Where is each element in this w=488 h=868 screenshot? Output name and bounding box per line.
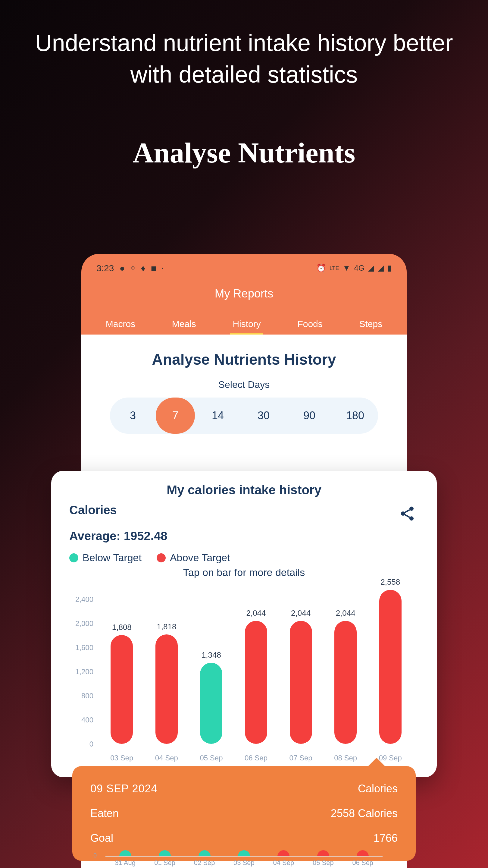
y-tick: 2,400 [75, 595, 93, 604]
wifi-icon: ▼ [343, 264, 351, 273]
svg-line-3 [405, 510, 410, 513]
tooltip-metric: Calories [358, 782, 398, 795]
day-option-30[interactable]: 30 [241, 398, 287, 434]
bar-wrap[interactable]: 1,808 [99, 587, 144, 744]
day-selector: 3 7 14 30 90 180 [110, 398, 378, 434]
legend-below-label: Below Target [83, 552, 141, 564]
y-tick: 1,600 [75, 644, 93, 652]
tab-macros[interactable]: Macros [104, 313, 136, 335]
bar-value-label: 1,808 [112, 623, 132, 632]
bar-wrap[interactable]: 1,818 [144, 587, 189, 744]
chart-bar[interactable] [334, 621, 357, 744]
chart-card: My calories intake history Calories Aver… [51, 471, 437, 777]
legend-dot-below [69, 553, 78, 562]
mini-bar[interactable] [238, 850, 250, 856]
chart-bar[interactable] [290, 621, 312, 744]
bar-wrap[interactable]: 1,348 [189, 587, 234, 744]
svg-point-1 [401, 512, 405, 516]
bar-chart: 04008001,2001,6002,0002,400 1,8081,8181,… [69, 587, 419, 762]
signal-icon-1: ◢ [368, 264, 374, 273]
bar-value-label: 1,348 [201, 650, 221, 660]
mini-chart: 0 31 Aug01 Sep02 Sep03 Sep04 Sep05 Sep06… [105, 844, 383, 868]
mini-bar[interactable] [198, 850, 210, 856]
tooltip-pointer [367, 758, 386, 767]
mini-x-label: 01 Sep [145, 859, 184, 867]
mini-x-label: 05 Sep [303, 859, 343, 867]
y-tick: 1,200 [75, 668, 93, 676]
chart-bar[interactable] [200, 663, 222, 744]
bar-value-label: 2,044 [291, 609, 311, 618]
report-tabs: Macros Meals History Foods Steps [82, 313, 407, 335]
bar-value-label: 2,558 [381, 578, 400, 587]
status-bar: 3:23 ● ⌖ ♦ ■ • ⏰ LTE ▼ 4G ◢ ◢ ▮ [82, 254, 407, 276]
x-label: 06 Sep [234, 754, 279, 762]
bar-wrap[interactable]: 2,044 [234, 587, 279, 744]
mini-x-label: 03 Sep [224, 859, 264, 867]
chart-bar[interactable] [379, 590, 401, 744]
promo-headline: Understand nutrient intake history bette… [0, 0, 488, 91]
y-tick: 0 [90, 740, 93, 748]
mini-bar[interactable] [119, 850, 131, 856]
share-icon[interactable] [399, 505, 416, 522]
mini-bar[interactable] [278, 850, 290, 856]
mini-x-label: 02 Sep [185, 859, 224, 867]
bar-wrap[interactable]: 2,044 [278, 587, 323, 744]
x-label: 07 Sep [278, 754, 323, 762]
day-option-14[interactable]: 14 [195, 398, 241, 434]
x-label: 08 Sep [323, 754, 368, 762]
mini-y-label: 0 [93, 852, 97, 859]
day-option-180[interactable]: 180 [332, 398, 378, 434]
x-label: 03 Sep [99, 754, 144, 762]
message-icon: ● [119, 263, 125, 273]
alarm-icon: ⏰ [316, 264, 326, 273]
tap-hint: Tap on bar for more details [69, 567, 419, 578]
tooltip-eaten-value: 2558 Calories [331, 807, 398, 820]
x-label: 05 Sep [189, 754, 234, 762]
day-option-7[interactable]: 7 [156, 398, 195, 434]
promo-subheadline: Analyse Nutrients [0, 136, 488, 169]
select-days-label: Select Days [82, 379, 407, 390]
tab-meals[interactable]: Meals [171, 313, 197, 335]
bar-value-label: 2,044 [246, 609, 266, 618]
tab-history[interactable]: History [231, 313, 262, 335]
average-label: Average: 1952.48 [69, 529, 419, 543]
sync-icon: ⌖ [130, 263, 135, 273]
day-option-3[interactable]: 3 [110, 398, 156, 434]
battery-icon: ▮ [387, 264, 392, 273]
y-tick: 800 [82, 692, 93, 700]
legend-dot-above [157, 553, 166, 562]
chart-title: My calories intake history [69, 483, 419, 497]
svg-line-4 [405, 515, 410, 518]
chart-bar[interactable] [245, 621, 267, 744]
mini-bar[interactable] [317, 850, 329, 856]
app-icon: ■ [151, 263, 156, 273]
dot-icon: • [162, 266, 163, 271]
app-title: My Reports [82, 276, 407, 313]
y-tick: 400 [82, 716, 93, 724]
y-tick: 2,000 [75, 619, 93, 628]
legend-above-label: Above Target [170, 552, 230, 564]
tooltip-goal-value: 1766 [373, 832, 398, 844]
mini-bar[interactable] [357, 850, 369, 856]
phone-frame: 3:23 ● ⌖ ♦ ■ • ⏰ LTE ▼ 4G ◢ ◢ ▮ My Repor… [82, 254, 407, 868]
day-option-90[interactable]: 90 [287, 398, 332, 434]
bar-wrap[interactable]: 2,044 [323, 587, 368, 744]
tooltip-date: 09 SEP 2024 [90, 782, 158, 795]
status-time: 3:23 [96, 263, 114, 273]
metric-label: Calories [69, 503, 117, 517]
tab-steps[interactable]: Steps [358, 313, 384, 335]
x-axis: 03 Sep04 Sep05 Sep06 Sep07 Sep08 Sep09 S… [99, 754, 413, 762]
mini-x-label: 06 Sep [343, 859, 383, 867]
network-label: 4G [354, 264, 364, 273]
bar-wrap[interactable]: 2,558 [368, 587, 413, 744]
mini-bar[interactable] [159, 850, 171, 856]
mini-x-label: 04 Sep [264, 859, 303, 867]
tab-foods[interactable]: Foods [296, 313, 324, 335]
tooltip-goal-label: Goal [90, 832, 113, 844]
signal-icon-2: ◢ [378, 264, 384, 273]
bar-value-label: 1,818 [157, 622, 176, 631]
tooltip-eaten-label: Eaten [90, 807, 119, 820]
chart-bar[interactable] [156, 634, 178, 744]
bar-value-label: 2,044 [336, 609, 355, 618]
chart-bar[interactable] [110, 635, 133, 744]
